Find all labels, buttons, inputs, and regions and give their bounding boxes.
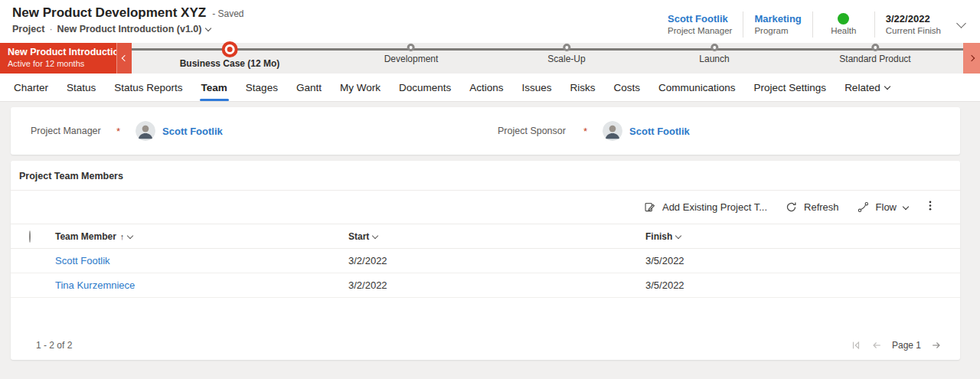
bpf-process-status: Active for 12 months	[8, 58, 110, 69]
chevron-down-icon	[903, 203, 909, 209]
breadcrumb-separator: ·	[49, 24, 52, 34]
next-page-button[interactable]	[931, 340, 942, 351]
project-manager-value-link[interactable]: Scott Footlik	[162, 126, 223, 137]
tab-risks[interactable]: Risks	[564, 74, 602, 101]
stage-label: Scale-Up	[547, 54, 585, 64]
refresh-icon	[786, 201, 797, 213]
flow-button[interactable]: Flow	[850, 197, 916, 217]
chevron-down-icon	[675, 232, 681, 238]
bpf-process-name: New Product Introduction	[8, 46, 110, 58]
summary-project-manager: Scott Footlik Project Manager	[665, 12, 735, 37]
stage-marker-icon	[871, 44, 879, 51]
chevron-down-icon	[127, 232, 133, 238]
tab-issues[interactable]: Issues	[515, 74, 557, 101]
summary-label: Program	[754, 25, 801, 37]
column-header-team-member[interactable]: Team Member ↑	[44, 231, 338, 242]
summary-health: Health	[821, 12, 867, 37]
required-asterisk: *	[116, 126, 120, 137]
breadcrumb-entity: Project	[12, 24, 44, 34]
save-status: - Saved	[212, 8, 243, 19]
chevron-down-icon[interactable]	[205, 25, 211, 31]
start-date-cell: 3/2/2022	[338, 279, 635, 291]
add-record-icon	[644, 201, 655, 213]
bpf-stage-track: Business Case (12 Mo) Development Scale-…	[132, 43, 963, 74]
project-sponsor-value-link[interactable]: Scott Footlik	[629, 126, 690, 137]
field-label: Project Sponsor	[498, 126, 583, 136]
tab-project-settings[interactable]: Project Settings	[748, 74, 833, 101]
project-team-members-section: Project Team Members Add Existing Projec…	[11, 161, 960, 360]
title-block: New Product Development XYZ - Saved Proj…	[12, 5, 244, 43]
stage-label: Development	[384, 54, 439, 64]
flow-icon	[858, 201, 869, 213]
app-window: New Product Development XYZ - Saved Proj…	[0, 0, 980, 379]
add-existing-button[interactable]: Add Existing Project T...	[636, 197, 775, 217]
tab-bar: Charter Status Status Reports Team Stage…	[0, 74, 980, 102]
stage-label: Launch	[699, 54, 729, 64]
tab-related[interactable]: Related	[838, 74, 896, 101]
tab-documents[interactable]: Documents	[393, 74, 457, 101]
tab-my-work[interactable]: My Work	[334, 74, 387, 101]
section-title: Project Team Members	[11, 161, 960, 191]
grid-footer: 1 - 2 of 2 Page 1	[11, 331, 960, 360]
previous-page-button[interactable]	[871, 340, 882, 351]
tab-status[interactable]: Status	[60, 74, 102, 101]
team-member-link[interactable]: Scott Footlik	[55, 255, 110, 266]
start-date-cell: 3/2/2022	[338, 255, 635, 266]
stage-business-case[interactable]: Business Case (12 Mo)	[180, 43, 280, 69]
refresh-button[interactable]: Refresh	[778, 197, 847, 217]
summary-program: Marketing Program	[751, 12, 804, 37]
current-finish-date: 3/22/2022	[886, 12, 941, 25]
tab-actions[interactable]: Actions	[463, 74, 509, 101]
sort-ascending-icon: ↑	[120, 232, 125, 241]
bpf-banner: New Product Introduction Active for 12 m…	[0, 43, 116, 74]
first-page-button[interactable]	[851, 340, 861, 351]
summary-label: Project Manager	[668, 25, 732, 37]
project-manager-link[interactable]: Scott Footlik	[668, 12, 732, 25]
stage-standard-product[interactable]: Standard Product	[839, 43, 910, 64]
team-member-link[interactable]: Tina Kurzemniece	[55, 279, 135, 291]
finish-date-cell: 3/5/2022	[635, 279, 960, 291]
summary-label: Health	[831, 25, 856, 37]
avatar	[136, 121, 155, 141]
finish-date-cell: 3/5/2022	[635, 255, 960, 266]
tab-stages[interactable]: Stages	[240, 74, 284, 101]
chevron-left-icon	[121, 55, 127, 61]
bpf-scroll-left-button[interactable]	[116, 43, 132, 74]
required-asterisk: *	[583, 126, 587, 137]
stage-scale-up[interactable]: Scale-Up	[547, 43, 585, 64]
field-label: Project Manager	[31, 126, 116, 136]
stage-marker-icon	[407, 44, 415, 51]
stage-development[interactable]: Development	[384, 43, 439, 64]
chevron-down-icon	[884, 83, 890, 90]
summary-label: Current Finish	[886, 25, 941, 37]
table-row[interactable]: Tina Kurzemniece 3/2/2022 3/5/2022	[11, 273, 960, 298]
tab-costs[interactable]: Costs	[608, 74, 647, 101]
pagination: Page 1	[851, 340, 942, 351]
table-row[interactable]: Scott Footlik 3/2/2022 3/5/2022	[11, 249, 960, 273]
tab-gantt[interactable]: Gantt	[290, 74, 328, 101]
stage-marker-icon	[710, 44, 718, 51]
grid-toolbar: Add Existing Project T... Refresh Flow	[11, 191, 960, 224]
tab-status-reports[interactable]: Status Reports	[108, 74, 188, 101]
stage-label: Business Case (12 Mo)	[180, 58, 280, 69]
breadcrumb-record-switcher[interactable]: New Product Introduction (v1.0)	[57, 24, 202, 34]
program-link[interactable]: Marketing	[754, 12, 801, 25]
header-bar: New Product Development XYZ - Saved Proj…	[0, 0, 980, 43]
health-status-indicator	[838, 13, 849, 25]
tab-team[interactable]: Team	[195, 74, 234, 101]
record-count: 1 - 2 of 2	[36, 340, 72, 351]
business-process-flow: New Product Introduction Active for 12 m…	[0, 43, 980, 74]
more-commands-button[interactable]	[919, 195, 942, 219]
bpf-scroll-right-button[interactable]	[963, 43, 980, 74]
stage-launch[interactable]: Launch	[699, 43, 729, 64]
chevron-down-icon	[372, 232, 378, 238]
tab-communications[interactable]: Communications	[652, 74, 742, 101]
chevron-right-icon	[969, 55, 975, 61]
collapse-header-chevron-icon[interactable]	[956, 18, 966, 28]
select-all-checkbox[interactable]	[29, 230, 31, 243]
column-header-start[interactable]: Start	[338, 231, 635, 242]
stage-marker-icon	[563, 44, 570, 51]
tab-charter[interactable]: Charter	[8, 74, 54, 101]
column-header-finish[interactable]: Finish	[635, 231, 960, 242]
vertical-ellipsis-icon	[925, 200, 936, 211]
